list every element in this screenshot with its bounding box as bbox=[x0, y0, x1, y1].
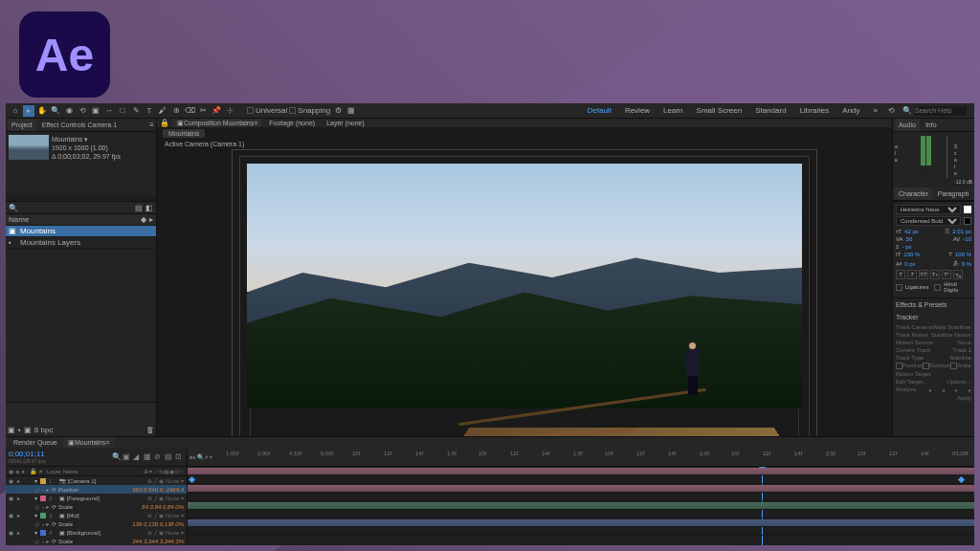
project-type-icon[interactable]: ▤ bbox=[135, 204, 143, 212]
project-item-mountains[interactable]: ▣ Mountains bbox=[6, 226, 156, 237]
shy-icon[interactable]: ◢ bbox=[133, 452, 142, 461]
project-search-icon[interactable]: 🔍 bbox=[9, 204, 18, 212]
superscript-icon[interactable]: T¹ bbox=[942, 270, 951, 279]
frame-blend-icon[interactable]: ▦ bbox=[144, 452, 152, 461]
brush-tool-icon[interactable]: 🖌 bbox=[157, 105, 168, 117]
rotate-tool-icon[interactable]: ⟲ bbox=[77, 105, 88, 117]
info-tab[interactable]: Info bbox=[922, 119, 941, 131]
zoom-tool-icon[interactable]: 🔍 bbox=[50, 105, 61, 117]
fill-swatch[interactable] bbox=[964, 206, 971, 213]
timeline-track[interactable] bbox=[188, 467, 974, 475]
bold-icon[interactable]: T bbox=[896, 270, 905, 279]
universal-checkbox[interactable] bbox=[247, 107, 254, 114]
timeline-track[interactable] bbox=[188, 484, 974, 493]
tracking-value[interactable]: -10 bbox=[963, 236, 971, 242]
layer-row[interactable]: ◉▸▾4▣ [Background]⊕ ╱ ◉ None ▾ bbox=[6, 528, 187, 537]
breadcrumb[interactable]: Mountains bbox=[163, 129, 205, 138]
orbit-tool-icon[interactable]: ◉ bbox=[63, 105, 75, 117]
analyze-back-icon[interactable]: ◂ bbox=[928, 386, 931, 393]
leading-value[interactable]: 2.01 px bbox=[952, 229, 971, 234]
timeline-comp-tab[interactable]: ▣ Mountains ≡ bbox=[63, 437, 114, 448]
bpc-button[interactable]: 8 bpc bbox=[34, 426, 54, 434]
layer-tab[interactable]: Layer (none) bbox=[323, 119, 368, 127]
effect-controls-tab[interactable]: Effect Controls Camera 1 bbox=[38, 119, 121, 131]
audio-tab[interactable]: Audio bbox=[895, 119, 920, 131]
size-column-icon[interactable]: ▸ bbox=[149, 215, 153, 224]
snapping-checkbox[interactable] bbox=[289, 107, 296, 114]
character-tab[interactable]: Character bbox=[895, 187, 932, 200]
subscript-icon[interactable]: T₁ bbox=[953, 270, 963, 279]
search-timeline-icon[interactable]: 🔍 bbox=[112, 452, 121, 461]
camera-tool-icon[interactable]: ▣ bbox=[90, 105, 101, 117]
project-label-icon[interactable]: ◧ bbox=[145, 204, 153, 212]
apply-button[interactable]: Apply bbox=[957, 395, 971, 401]
workspace-standard[interactable]: Standard bbox=[749, 103, 791, 118]
layer-property-row[interactable]: ◇ ⬩ ▸ ⟳ Scale138.0,138.0,138.0% bbox=[6, 519, 187, 528]
analyze-step-fwd-icon[interactable]: ▸ bbox=[955, 386, 958, 393]
timeline-track[interactable] bbox=[188, 518, 974, 527]
current-time-display[interactable]: 0;00;01;11 bbox=[9, 450, 46, 458]
footage-tab[interactable]: Footage (none) bbox=[265, 119, 319, 127]
project-item-folder[interactable]: ▪ Mountains Layers bbox=[6, 237, 156, 249]
timeline-track[interactable] bbox=[188, 510, 974, 518]
layer-row[interactable]: ◉▸▾1📷 [Camera 1]⊕ ╱ ◉ None ▾ bbox=[6, 476, 187, 485]
workspace-libraries[interactable]: Libraries bbox=[794, 103, 835, 118]
options-button[interactable]: Options... bbox=[947, 379, 971, 385]
timeline-track[interactable] bbox=[188, 527, 974, 536]
project-tab[interactable]: Project bbox=[8, 119, 36, 131]
text-tool-icon[interactable]: T bbox=[144, 105, 155, 117]
analyze-fwd-icon[interactable]: ▸ bbox=[969, 386, 971, 393]
rotation-checkbox[interactable] bbox=[923, 363, 929, 369]
roto-tool-icon[interactable]: ✂ bbox=[197, 105, 209, 117]
pen-tool-icon[interactable]: ✎ bbox=[130, 105, 142, 117]
panel-menu-icon[interactable]: ≡ bbox=[149, 121, 154, 129]
layer-property-row[interactable]: ◇ ⬩ ▸ ⟳ Scale244.3,244.3,244.3% bbox=[6, 537, 187, 545]
goto-start-icon[interactable]: ⏮ bbox=[189, 454, 195, 460]
smallcaps-icon[interactable]: Tт bbox=[930, 270, 940, 279]
track-camera-button[interactable]: Track Camera bbox=[896, 324, 932, 330]
timeline-track[interactable] bbox=[188, 475, 974, 484]
edit-target-button[interactable]: Edit Target... bbox=[896, 379, 928, 385]
hand-tool-icon[interactable]: ✋ bbox=[36, 105, 48, 117]
render-queue-tab[interactable]: Render Queue bbox=[9, 437, 62, 448]
comp-mini-icon[interactable]: ▣ bbox=[122, 452, 131, 461]
timeline-track[interactable] bbox=[188, 493, 974, 501]
stroke-swatch[interactable] bbox=[964, 217, 971, 225]
paragraph-tab[interactable]: Paragraph bbox=[934, 187, 973, 200]
fill-icon[interactable]: ▦ bbox=[345, 105, 357, 117]
scale-checkbox[interactable] bbox=[950, 363, 957, 369]
workspace-more-icon[interactable]: » bbox=[868, 103, 883, 118]
vscale-value[interactable]: 100 % bbox=[903, 252, 920, 257]
warp-stabilizer-button[interactable]: Warp Stabilizer bbox=[933, 324, 971, 330]
analyze-step-back-icon[interactable]: ◂ bbox=[942, 386, 945, 393]
italic-icon[interactable]: T bbox=[907, 270, 917, 279]
tracker-header[interactable]: Tracker bbox=[896, 314, 971, 320]
layer-name-header[interactable]: Layer Name bbox=[47, 469, 78, 474]
interpret-icon[interactable]: ▣ bbox=[8, 426, 15, 434]
layer-row[interactable]: ◉▸▾3▣ [Mid]⊕ ╱ ◉ None ▾ bbox=[6, 511, 187, 519]
font-size-value[interactable]: 42 px bbox=[904, 229, 919, 234]
draft-icon[interactable]: ⊡ bbox=[175, 452, 184, 461]
workspace-default[interactable]: Default bbox=[582, 103, 617, 118]
workspace-small-screen[interactable]: Small Screen bbox=[691, 103, 748, 118]
allcaps-icon[interactable]: TT bbox=[919, 270, 928, 279]
workspace-reset-icon[interactable]: ⟲ bbox=[885, 105, 897, 117]
motion-blur-icon[interactable]: ⊘ bbox=[154, 452, 163, 461]
comp-lock-icon[interactable]: 🔒 bbox=[160, 119, 169, 127]
baseline-value[interactable]: 0 px bbox=[904, 261, 915, 267]
layer-property-row[interactable]: ◇ ⬩ ▸ ⟳ Position960.0,540.0,-2469.4 bbox=[6, 485, 187, 494]
composition-preview[interactable] bbox=[247, 164, 802, 436]
layer-row[interactable]: ◉▸▾2▣ [Foreground]⊕ ╱ ◉ None ▾ bbox=[6, 494, 187, 502]
kerning-value[interactable]: 50 bbox=[906, 236, 913, 242]
stabilize-motion-button[interactable]: Stabilize Motion bbox=[931, 332, 971, 338]
new-comp-icon[interactable]: ▣ bbox=[24, 426, 32, 434]
home-icon[interactable]: ⌂ bbox=[10, 105, 21, 117]
puppet-tool-icon[interactable]: 📌 bbox=[211, 105, 222, 117]
name-column-header[interactable]: Name bbox=[9, 215, 29, 224]
font-family-dropdown[interactable]: Helvetica Neue bbox=[896, 205, 961, 214]
snapping-opts-icon[interactable]: ⚙ bbox=[332, 105, 344, 117]
layer-property-row[interactable]: ◇ ⬩ ▸ ⟳ Scale84.0,84.0,84.0% bbox=[6, 502, 187, 511]
stamp-tool-icon[interactable]: ⊕ bbox=[170, 105, 182, 117]
workspace-learn[interactable]: Learn bbox=[657, 103, 688, 118]
new-folder-icon[interactable]: ▪ bbox=[18, 426, 21, 434]
